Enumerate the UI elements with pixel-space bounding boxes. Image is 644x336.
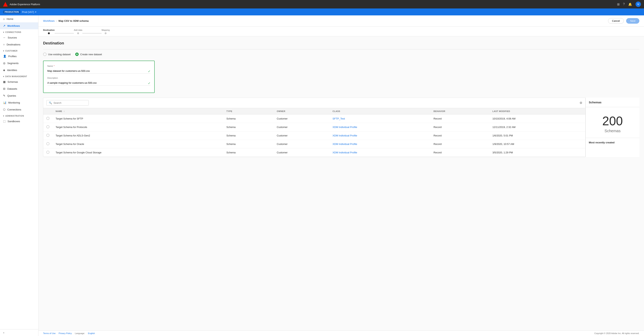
sidebar-connections-label: Connections [7, 108, 21, 111]
row-radio[interactable] [46, 117, 50, 120]
option-existing-dataset[interactable]: Use existing dataset [43, 53, 70, 56]
connections-icon: ⬡ [3, 108, 6, 111]
sidebar-item-sources[interactable]: ← Sources [0, 34, 38, 41]
name-check-icon: ✓ [148, 70, 150, 73]
row-class[interactable]: XDM Individual Profile [330, 140, 430, 148]
language-label: Language: [75, 332, 85, 334]
sidebar-item-schemas[interactable]: ▦ Schemas [0, 78, 38, 85]
help-icon[interactable]: ? [623, 3, 625, 6]
breadcrumb-current: Map CSV to XDM schema [58, 20, 89, 22]
row-radio[interactable] [46, 125, 50, 128]
sidebar-profiles-label: Profiles [8, 55, 16, 58]
sidebar-item-destinations[interactable]: ○ Destinations [0, 41, 38, 48]
queries-icon: ✎ [3, 94, 6, 97]
table-area: 🔍 ⚙ NAME ↑ [43, 98, 640, 157]
row-behavior: Record [430, 140, 489, 148]
row-class[interactable]: XDM Individual Profile [330, 123, 430, 131]
row-select-cell[interactable] [43, 148, 52, 157]
row-select-cell[interactable] [43, 131, 52, 140]
table-row[interactable]: Target Schema for Oracle Schema Customer… [43, 140, 585, 148]
row-radio[interactable] [46, 134, 50, 137]
table-row[interactable]: Target Schema for SFTP Schema Customer S… [43, 115, 585, 123]
sidebar-item-connections[interactable]: ⬡ Connections [0, 106, 38, 113]
row-select-cell[interactable] [43, 140, 52, 148]
table-row[interactable]: Target Schema for Protocols Schema Custo… [43, 123, 585, 131]
search-wrapper[interactable]: 🔍 [46, 100, 89, 106]
th-select [43, 108, 52, 115]
home-icon: ⌂ [3, 17, 4, 21]
sidebar-item-workflows[interactable]: ↗ Workflows [0, 22, 38, 29]
table-row[interactable]: Target Schema for ADLS-Gen2 Schema Custo… [43, 131, 585, 140]
sidebar-identities-label: Identities [7, 69, 17, 72]
wizard-dot-3 [105, 32, 106, 34]
name-input-wrapper: ✓ [47, 68, 150, 74]
sidebar-queries-label: Queries [7, 94, 16, 97]
recently-created-section: Most recently created [586, 138, 640, 147]
option-new-dataset[interactable]: Create new dataset [75, 53, 102, 56]
wizard-dot-1 [48, 32, 50, 34]
cancel-button[interactable]: Cancel [608, 18, 624, 24]
stat-number: 200 [602, 115, 623, 127]
sidebar-item-sandboxes[interactable]: ⬚ Sandboxes [0, 118, 38, 125]
search-icon: 🔍 [49, 101, 52, 104]
radio-existing[interactable] [43, 53, 46, 56]
destinations-icon: ○ [3, 43, 4, 46]
table-row[interactable]: Target Schema for Google Cloud Storage S… [43, 148, 585, 157]
collapse-icon: « [3, 331, 4, 334]
grid-icon[interactable]: ⊞ [617, 3, 620, 6]
th-last-modified: LAST MODIFIED [489, 108, 585, 115]
sidebar-item-segments[interactable]: ◎ Segments [0, 60, 38, 67]
sidebar-item-queries[interactable]: ✎ Queries [0, 92, 38, 99]
row-last-modified: 3/5/2020, 1:29 PM [489, 148, 585, 157]
sidebar-item-identities[interactable]: ◈ Identities [0, 67, 38, 74]
row-owner: Customer [274, 115, 330, 123]
terms-link[interactable]: Terms of Use [43, 332, 56, 334]
avatar[interactable]: U [636, 2, 641, 7]
sidebar-collapse[interactable]: « [0, 329, 38, 336]
row-name: Target Schema for SFTP [52, 115, 223, 123]
sidebar-item-profiles[interactable]: 👤 Profiles [0, 53, 38, 60]
sidebar-schemas-label: Schemas [8, 81, 18, 83]
sort-arrow-icon: ↑ [64, 110, 65, 112]
row-behavior: Record [430, 115, 489, 123]
wizard-step1-label: Destination [43, 29, 55, 31]
language-link[interactable]: English [88, 332, 95, 334]
row-owner: Customer [274, 123, 330, 131]
identities-icon: ◈ [3, 69, 5, 72]
privacy-link[interactable]: Privacy Policy [59, 332, 72, 334]
table-toolbar: 🔍 ⚙ [43, 98, 585, 108]
next-button[interactable]: Next [626, 18, 640, 24]
filter-icon[interactable]: ⚙ [580, 101, 582, 105]
env-chevron-icon[interactable]: ▾ [35, 11, 36, 13]
bell-icon[interactable]: 🔔 [628, 3, 632, 6]
sidebar-item-home[interactable]: ⌂ Home [0, 16, 38, 22]
row-select-cell[interactable] [43, 115, 52, 123]
datasets-icon: ⊟ [3, 87, 6, 90]
name-input[interactable] [47, 68, 150, 74]
description-input-wrapper: ✓ [47, 80, 150, 86]
row-name: Target Schema for Google Cloud Storage [52, 148, 223, 157]
sidebar-item-monitoring[interactable]: 📊 Monitoring [0, 99, 38, 106]
stat-label: Schemas [604, 129, 620, 133]
sidebar-datasets-label: Datasets [7, 87, 17, 90]
row-owner: Customer [274, 140, 330, 148]
description-input[interactable] [47, 80, 150, 86]
row-radio[interactable] [46, 151, 50, 154]
sidebar-item-datasets[interactable]: ⊟ Datasets [0, 85, 38, 92]
row-class[interactable]: XDM Individual Profile [330, 148, 430, 157]
th-name[interactable]: NAME ↑ [52, 108, 223, 115]
row-last-modified: 1/6/2020, 5:01 PM [489, 131, 585, 140]
row-class[interactable]: SFTP_Test [330, 115, 430, 123]
data-management-section: ▾ DATA MANAGEMENT [0, 74, 38, 78]
search-input[interactable] [54, 101, 86, 104]
radio-new[interactable] [75, 53, 79, 56]
connections-section: ▾ CONNECTIONS [0, 29, 38, 34]
app-name: Adobe Experience Platform [10, 3, 40, 6]
breadcrumb-workflows[interactable]: Workflows [43, 20, 55, 22]
row-select-cell[interactable] [43, 123, 52, 131]
env-label: PRODUCTION [3, 11, 20, 14]
row-radio[interactable] [46, 142, 50, 145]
row-last-modified: 10/10/2019, 4:08 AM [489, 115, 585, 123]
breadcrumb: Workflows › Map CSV to XDM schema [43, 20, 89, 22]
row-class[interactable]: XDM Individual Profile [330, 131, 430, 140]
